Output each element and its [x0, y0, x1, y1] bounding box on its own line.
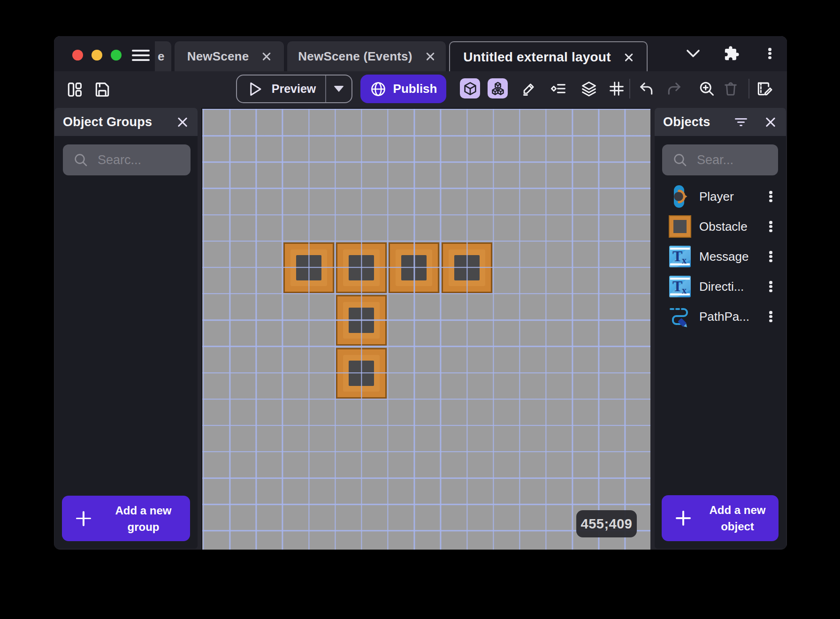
maximize-window-button[interactable]	[111, 50, 122, 60]
obstacle-tile[interactable]	[336, 348, 387, 399]
window-kebab-menu-icon[interactable]	[768, 48, 771, 59]
object-groups-header: Object Groups	[54, 108, 198, 136]
search-icon	[672, 152, 687, 167]
edit-scene-properties-button[interactable]	[754, 78, 774, 98]
caret-down-icon	[334, 86, 344, 92]
undo-icon	[638, 80, 655, 97]
redo-icon	[666, 80, 683, 97]
text-object-icon: T x	[669, 245, 691, 268]
close-window-button[interactable]	[72, 50, 83, 60]
objects-header: Objects	[655, 108, 786, 136]
object-label: Obstacle	[699, 219, 748, 234]
svg-text:T: T	[672, 278, 682, 294]
play-icon	[246, 81, 263, 98]
object-row-message[interactable]: T x Message	[655, 242, 786, 272]
titlebar: e NewScene NewScene (Events) Untitled ex…	[54, 36, 787, 71]
object-row-kebab-icon[interactable]	[769, 191, 772, 202]
objects-title: Objects	[663, 115, 710, 129]
tab-newscene-events[interactable]: NewScene (Events)	[287, 41, 446, 71]
filter-icon[interactable]	[734, 118, 747, 127]
grid-overlay	[202, 109, 650, 550]
object-row-obstacle[interactable]: Obstacle	[655, 211, 786, 242]
tab-untitled-external-layout[interactable]: Untitled external layout	[449, 41, 648, 72]
layers-icon	[580, 80, 597, 97]
object-label: Message	[699, 249, 749, 264]
search-placeholder: Searc...	[98, 153, 141, 167]
main-menu-icon[interactable]	[132, 50, 150, 61]
3d-box-tool-selected[interactable]	[460, 78, 480, 98]
close-objects-icon[interactable]	[765, 117, 776, 127]
preview-label: Preview	[272, 82, 316, 96]
add-new-group-label: Add a new group	[101, 502, 185, 535]
tab-close-icon[interactable]	[624, 53, 634, 62]
layers-tool[interactable]	[579, 78, 599, 98]
notebook-edit-icon	[756, 80, 773, 98]
tab-overflow-fragment[interactable]: e	[155, 41, 171, 71]
pencil-icon	[521, 81, 537, 97]
tab-close-icon[interactable]	[426, 52, 435, 61]
undo-button[interactable]	[636, 78, 656, 98]
tab-newscene[interactable]: NewScene	[175, 41, 284, 71]
tabs-chevron-down-icon[interactable]	[686, 49, 700, 58]
plus-icon	[676, 511, 691, 526]
obstacle-tile[interactable]	[336, 242, 387, 293]
minimize-window-button[interactable]	[92, 50, 102, 60]
object-row-pathpaint[interactable]: PathPa...	[655, 302, 786, 332]
draw-pencil-tool[interactable]	[519, 78, 539, 98]
grid-icon	[609, 81, 625, 97]
object-row-kebab-icon[interactable]	[769, 251, 772, 262]
object-row-direction[interactable]: T x Directi...	[655, 272, 786, 302]
trash-icon	[723, 81, 739, 97]
path-paint-object-icon	[669, 305, 691, 328]
cube-3d-icon	[463, 81, 478, 96]
preview-split-divider	[325, 75, 326, 102]
objects-search-input[interactable]: Sear...	[662, 144, 778, 175]
close-object-groups-icon[interactable]	[177, 117, 188, 127]
add-new-object-label: Add a new object	[701, 502, 774, 535]
cursor-coordinates-tooltip: 455;409	[576, 510, 637, 537]
blocks-tool-selected[interactable]	[488, 78, 508, 98]
zoom-in-button[interactable]	[696, 78, 717, 98]
scene-editor-canvas[interactable]: 455;409	[201, 108, 650, 550]
svg-text:T: T	[672, 248, 682, 264]
obstacle-object-icon	[669, 215, 691, 238]
preview-dropdown-button[interactable]	[326, 75, 351, 102]
obstacle-tile[interactable]	[389, 242, 439, 293]
add-new-group-button[interactable]: Add a new group	[62, 496, 190, 541]
svg-text:x: x	[682, 255, 687, 265]
object-groups-title: Object Groups	[63, 115, 152, 129]
obstacle-tile[interactable]	[442, 242, 492, 293]
cubes-stack-icon	[490, 81, 505, 96]
preview-button-main[interactable]: Preview	[237, 75, 325, 102]
objects-list: Player Obstacle	[655, 181, 786, 332]
text-object-icon: T x	[669, 275, 691, 298]
object-row-kebab-icon[interactable]	[769, 311, 772, 322]
publish-button[interactable]: Publish	[360, 75, 446, 103]
preview-button[interactable]: Preview	[236, 75, 352, 103]
object-row-kebab-icon[interactable]	[769, 281, 772, 292]
object-row-kebab-icon[interactable]	[769, 221, 772, 232]
grid-tool[interactable]	[606, 78, 626, 98]
plus-icon	[76, 511, 91, 526]
obstacle-tile[interactable]	[336, 295, 387, 346]
delete-button-disabled[interactable]	[720, 78, 741, 98]
search-icon	[73, 152, 88, 167]
toolbar-divider	[629, 79, 630, 98]
gdevelop-window: e NewScene NewScene (Events) Untitled ex…	[54, 36, 787, 550]
svg-text:x: x	[682, 285, 687, 295]
instances-list-icon	[550, 80, 567, 97]
object-row-player[interactable]: Player	[655, 181, 786, 211]
open-project-manager-icon[interactable]	[66, 81, 84, 98]
extensions-puzzle-icon[interactable]	[724, 45, 740, 61]
objects-panel: Objects Sear... Player	[655, 108, 786, 549]
object-label: Directi...	[699, 279, 744, 294]
obstacle-tile[interactable]	[283, 242, 334, 293]
instances-list-tool[interactable]	[548, 78, 568, 98]
tab-close-icon[interactable]	[262, 52, 271, 61]
object-groups-search-input[interactable]: Searc...	[63, 144, 191, 175]
globe-icon	[370, 81, 387, 98]
add-new-object-button[interactable]: Add a new object	[662, 495, 779, 541]
tab-label: Untitled external layout	[463, 50, 611, 65]
save-project-icon[interactable]	[93, 81, 111, 98]
redo-button-disabled[interactable]	[664, 78, 684, 98]
